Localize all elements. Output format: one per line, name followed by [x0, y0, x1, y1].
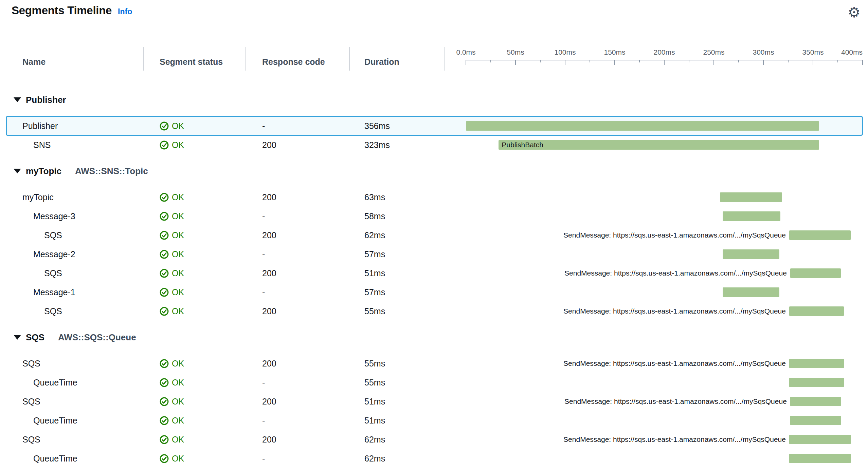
segment-name: SQS — [6, 306, 144, 316]
timeline-bar[interactable] — [789, 378, 844, 387]
duration: 62ms — [350, 435, 445, 445]
timeline-bar[interactable] — [466, 121, 819, 131]
segment-row[interactable]: Message-2 OK - 57ms — [6, 245, 863, 264]
status-ok-icon — [160, 435, 169, 444]
axis-tick-label: 250ms — [703, 48, 724, 56]
duration: 51ms — [350, 416, 445, 426]
timeline-track: SendMessage: https://sqs.us-east-1.amazo… — [466, 392, 863, 411]
segment-status: OK — [144, 416, 246, 426]
status-label: OK — [172, 268, 184, 278]
column-header-duration[interactable]: Duration — [350, 47, 445, 71]
timeline-cell: SendMessage: https://sqs.us-east-1.amazo… — [445, 226, 863, 245]
duration: 62ms — [350, 230, 445, 240]
axis-tick-label: 400ms — [841, 48, 863, 56]
group-header-row[interactable]: myTopic AWS::SNS::Topic — [6, 163, 863, 179]
timeline-track — [466, 283, 863, 302]
segment-row[interactable]: Publisher OK - 356ms — [6, 116, 863, 135]
status-ok-icon — [160, 288, 169, 297]
segment-name: QueueTime — [6, 416, 144, 426]
response-code: - — [246, 287, 350, 297]
status-ok-icon — [160, 454, 169, 463]
segment-status: OK — [144, 230, 246, 240]
segment-row[interactable]: SQS OK 200 62ms SendMessage: https://sqs… — [6, 430, 863, 449]
segment-row[interactable]: SQS OK 200 51ms SendMessage: https://sqs… — [6, 264, 863, 283]
segment-name: Message-3 — [6, 211, 144, 221]
segment-row[interactable]: myTopic OK 200 63ms — [6, 188, 863, 207]
timeline-bar[interactable] — [790, 268, 841, 278]
response-code: 200 — [246, 397, 350, 407]
segment-status: OK — [144, 192, 246, 202]
info-link[interactable]: Info — [118, 7, 132, 16]
timeline-cell — [445, 283, 863, 302]
segment-row[interactable]: SQS OK 200 62ms SendMessage: https://sqs… — [6, 226, 863, 245]
bar-annotation: SendMessage: https://sqs.us-east-1.amazo… — [563, 307, 789, 315]
timeline-cell — [445, 207, 863, 226]
timeline-cell: SendMessage: https://sqs.us-east-1.amazo… — [445, 392, 863, 411]
timeline-bar[interactable] — [789, 230, 851, 240]
timeline-bar[interactable] — [720, 192, 782, 202]
segment-row[interactable]: SQS OK 200 51ms SendMessage: https://sqs… — [6, 392, 863, 411]
timeline-track — [466, 449, 863, 468]
column-header-name[interactable]: Name — [6, 47, 144, 71]
timeline-bar[interactable] — [790, 416, 841, 425]
timeline-track: PublishBatch — [466, 135, 863, 154]
response-code: - — [246, 454, 350, 464]
collapse-caret-icon[interactable] — [14, 97, 21, 102]
status-ok-icon — [160, 231, 169, 240]
group-resource-type: AWS::SNS::Topic — [75, 166, 148, 176]
timeline-track: SendMessage: https://sqs.us-east-1.amazo… — [466, 302, 863, 321]
timeline-cell: SendMessage: https://sqs.us-east-1.amazo… — [445, 264, 863, 283]
timeline-bar[interactable] — [789, 306, 844, 316]
timeline-bar[interactable] — [723, 287, 779, 297]
timeline-bar[interactable] — [790, 397, 841, 406]
status-ok-icon — [160, 359, 169, 368]
axis-major-tick — [614, 60, 615, 65]
collapse-caret-icon[interactable] — [14, 169, 21, 173]
collapse-caret-icon[interactable] — [14, 335, 21, 340]
group-header-row[interactable]: SQS AWS::SQS::Queue — [6, 329, 863, 345]
column-header-segment-status[interactable]: Segment status — [144, 47, 246, 71]
segment-row[interactable]: SQS OK 200 55ms SendMessage: https://sqs… — [6, 302, 863, 321]
segment-name: SQS — [6, 359, 144, 369]
segment-row[interactable]: QueueTime OK - 62ms — [6, 449, 863, 468]
status-label: OK — [172, 230, 184, 240]
timeline-cell — [445, 373, 863, 392]
timeline-bar[interactable] — [789, 454, 851, 463]
status-label: OK — [172, 397, 184, 407]
segment-name: QueueTime — [6, 378, 144, 388]
timeline-cell: SendMessage: https://sqs.us-east-1.amazo… — [445, 430, 863, 449]
segment-row[interactable]: Message-3 OK - 58ms — [6, 207, 863, 226]
status-label: OK — [172, 378, 184, 388]
segment-row[interactable]: QueueTime OK - 55ms — [6, 373, 863, 392]
segment-row[interactable]: SQS OK 200 55ms SendMessage: https://sqs… — [6, 354, 863, 373]
timeline-track — [466, 411, 863, 430]
timeline-bar[interactable] — [789, 359, 844, 368]
response-code: - — [246, 249, 350, 259]
segments-table: Name Segment status Response code Durati… — [6, 47, 863, 468]
segment-row[interactable]: QueueTime OK - 51ms — [6, 411, 863, 430]
group-header-row[interactable]: Publisher — [6, 92, 863, 108]
timeline-cell: SendMessage: https://sqs.us-east-1.amazo… — [445, 302, 863, 321]
axis-tick-label: 0.0ms — [456, 48, 475, 56]
column-header-response-code[interactable]: Response code — [246, 47, 350, 71]
axis-major-tick — [515, 60, 516, 65]
segment-status: OK — [144, 121, 246, 131]
segment-name: Message-1 — [6, 287, 144, 297]
group-name: SQS — [26, 332, 44, 343]
segment-row[interactable]: Message-1 OK - 57ms — [6, 283, 863, 302]
segment-row[interactable]: SNS OK 200 323ms PublishBatch — [6, 135, 863, 154]
axis-minor-tick — [540, 60, 541, 62]
timeline-bar[interactable] — [723, 249, 779, 259]
status-ok-icon — [160, 212, 169, 221]
segment-name: Message-2 — [6, 249, 144, 259]
timeline-bar[interactable]: PublishBatch — [499, 140, 819, 150]
duration: 51ms — [350, 397, 445, 407]
timeline-cell: SendMessage: https://sqs.us-east-1.amazo… — [445, 354, 863, 373]
timeline-ruler: 0.0ms50ms100ms150ms200ms250ms300ms350ms4… — [466, 47, 863, 71]
timeline-bar[interactable] — [723, 211, 780, 221]
status-ok-icon — [160, 140, 169, 150]
gear-icon[interactable]: ⚙ — [848, 5, 861, 20]
timeline-bar[interactable] — [789, 435, 851, 444]
status-label: OK — [172, 435, 184, 445]
group-resource-type: AWS::SQS::Queue — [58, 332, 136, 343]
